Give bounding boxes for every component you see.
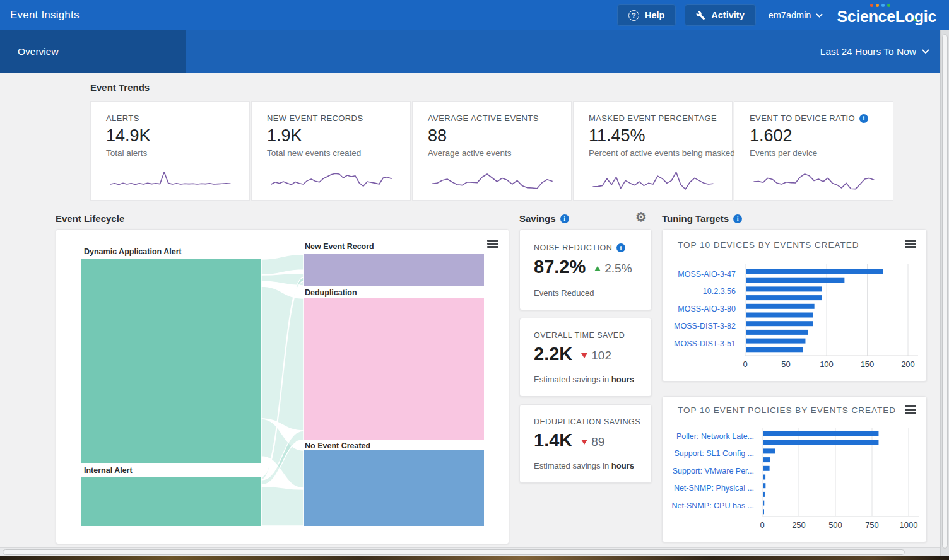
category-label[interactable]: MOSS-DIST-3-51	[674, 339, 736, 348]
sankey-node-deduplication	[304, 298, 484, 440]
sankey-node-label: No Event Created	[305, 441, 370, 450]
help-button[interactable]: Help	[617, 4, 676, 26]
category-label[interactable]: Support: SL1 Config ...	[675, 449, 754, 458]
category-label[interactable]: Support: VMware Per...	[673, 467, 754, 475]
delta-value: 2.5%	[604, 262, 632, 276]
user-menu[interactable]: em7admin	[765, 10, 827, 20]
category-label[interactable]: MOSS-AIO-3-47	[678, 270, 736, 279]
delta-value: 102	[591, 349, 611, 363]
sankey-node-internal-alert	[81, 477, 261, 526]
bar	[746, 321, 813, 326]
tab-bar: Overview Last 24 Hours To Now	[0, 30, 940, 73]
category-label[interactable]: MOSS-DIST-3-82	[674, 322, 736, 330]
tick-label: 500	[828, 520, 842, 530]
trend-label: NEW EVENT RECORDS	[267, 114, 363, 123]
tick-label: 0	[760, 520, 764, 530]
vertical-scrollbar[interactable]	[940, 30, 949, 556]
trend-label: EVENT TO DEVICE RATIO	[750, 114, 855, 123]
savings-subtitle: Events Reduced	[534, 288, 594, 298]
trend-card-average-active-events: AVERAGE ACTIVE EVENTS 88 Average active …	[412, 101, 572, 201]
event-lifecycle-sankey-chart: Dynamic Application Alert Internal Alert…	[56, 230, 509, 544]
app-header: Event Insights Help Activity em7admin	[0, 0, 949, 30]
trend-label: MASKED EVENT PERCENTAGE	[589, 114, 717, 123]
main-content: Event Trends ALERTS 14.9K Total alerts N…	[0, 73, 940, 547]
bar	[746, 313, 813, 318]
gear-icon[interactable]	[635, 211, 647, 223]
category-label[interactable]: Net-SNMP: Physical ...	[674, 484, 754, 493]
sparkline-chart	[108, 162, 233, 195]
vertical-scrollbar-thumb[interactable]	[942, 34, 948, 549]
tab-overview[interactable]: Overview	[0, 30, 186, 73]
info-icon[interactable]	[859, 114, 868, 123]
event-trends-title: Event Trends	[90, 82, 150, 93]
info-icon[interactable]	[616, 243, 625, 252]
category-label[interactable]: MOSS-AIO-3-80	[678, 305, 736, 313]
sankey-flow-dynamic-application-alert-to-deduplication	[261, 286, 304, 431]
event-insights-screen: Event Insights Help Activity em7admin	[0, 0, 949, 560]
trend-value: 14.9K	[106, 126, 151, 146]
sparkline-chart	[591, 162, 716, 195]
horizontal-scrollbar[interactable]	[0, 547, 940, 556]
chart-menu-icon[interactable]	[487, 240, 498, 250]
bar	[746, 304, 815, 309]
chart-menu-icon[interactable]	[905, 405, 916, 416]
bar	[763, 440, 878, 445]
tick-label: 0	[743, 359, 747, 369]
category-label[interactable]: Net-SNMP: CPU has ...	[671, 501, 754, 510]
sparkline-chart	[752, 162, 876, 195]
savings-subtitle: Estimated savings in hours	[534, 461, 634, 470]
chart-menu-icon[interactable]	[905, 240, 916, 250]
trend-subtitle: Total alerts	[106, 148, 147, 158]
sparkline	[754, 174, 874, 189]
tick-label: 750	[865, 520, 879, 530]
savings-label: NOISE REDUCTION	[534, 243, 612, 252]
tuning-targets-title: Tuning Targets	[662, 213, 742, 224]
tick-label: 150	[861, 359, 875, 369]
sankey-node-dynamic-application-alert	[81, 259, 261, 463]
delta-arrow-icon	[594, 266, 601, 271]
event-lifecycle-title: Event Lifecycle	[56, 213, 124, 224]
horizontal-scrollbar-thumb[interactable]	[3, 549, 905, 555]
chevron-down-icon	[922, 49, 929, 54]
logo-dots-icon	[870, 4, 890, 7]
savings-card-overall-time-saved: OVERALL TIME SAVED 2.2K 102 Estimated sa…	[519, 318, 652, 397]
sankey-flow-dynamic-application-alert-to-new-event-record	[261, 254, 304, 275]
tick-label: 1000	[900, 520, 918, 530]
sankey-node-no-event-created	[304, 450, 484, 526]
trend-subtitle: Events per device	[750, 148, 817, 158]
top-devices-bar-chart: MOSS-AIO-3-4710.2.3.56MOSS-AIO-3-80MOSS-…	[671, 261, 921, 373]
top-policies-bar-chart: Poller: Network Late...Support: SL1 Conf…	[671, 428, 921, 537]
info-icon[interactable]	[560, 214, 569, 223]
info-icon[interactable]	[733, 214, 742, 223]
category-label[interactable]: 10.2.3.56	[703, 287, 736, 296]
bar	[763, 448, 775, 453]
sankey-node-label: Dynamic Application Alert	[84, 247, 182, 256]
tick-label: 50	[781, 359, 790, 369]
savings-delta: 102	[581, 349, 611, 365]
logo-text: ScienceLogic	[837, 8, 936, 25]
wrench-icon	[696, 11, 705, 20]
activity-button-label: Activity	[711, 10, 744, 20]
tick-label: 200	[901, 359, 915, 369]
help-icon	[628, 10, 639, 21]
savings-value: 2.2K	[534, 344, 572, 365]
trend-card-new-event-records: NEW EVENT RECORDS 1.9K Total new events …	[251, 101, 411, 201]
time-range-selector[interactable]: Last 24 Hours To Now	[820, 30, 929, 73]
bar	[763, 501, 764, 506]
category-label[interactable]: Poller: Network Late...	[676, 432, 754, 441]
activity-button[interactable]: Activity	[685, 4, 755, 26]
savings-delta: 89	[581, 435, 604, 451]
sparkline	[593, 172, 713, 189]
savings-card-deduplication-savings: DEDUPLICATION SAVINGS 1.4K 89 Estimated …	[519, 404, 652, 483]
desktop-background-strip	[0, 556, 949, 560]
username: em7admin	[769, 10, 811, 20]
sparkline-chart	[430, 162, 555, 195]
page-title: Event Insights	[10, 9, 80, 21]
bar	[746, 286, 822, 291]
sciencelogic-logo: ScienceLogic	[835, 3, 940, 27]
trend-label: ALERTS	[106, 114, 139, 123]
sankey-node-label: Deduplication	[305, 288, 357, 297]
top-policies-chart-card: TOP 10 EVENT POLICIES BY EVENTS CREATED …	[662, 396, 927, 542]
bar	[763, 483, 765, 488]
sankey-node-label: New Event Record	[305, 242, 374, 251]
